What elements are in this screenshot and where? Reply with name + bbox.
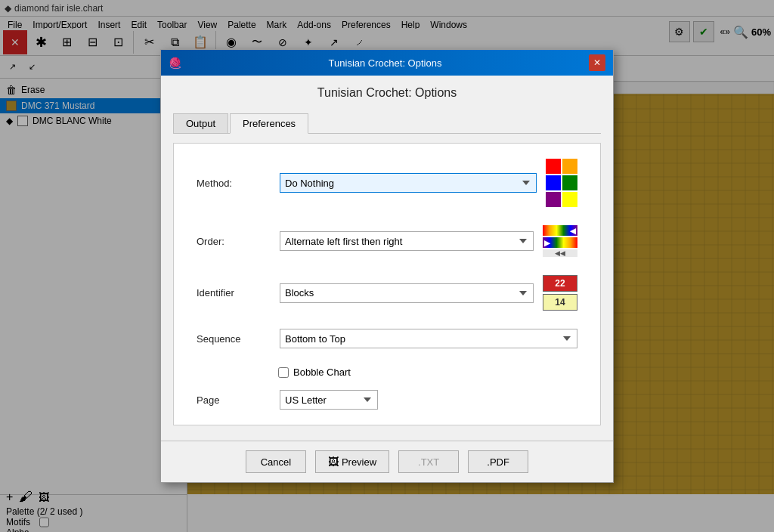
preview-icon: 🖼: [328, 456, 339, 468]
order-control-wrap: Alternate left first then right Left fir…: [280, 225, 577, 257]
form-row-page: Page US Letter A4 A3: [197, 390, 577, 410]
id-badge-22: 22: [543, 275, 577, 292]
method-label: Method:: [197, 178, 272, 189]
dialog-titlebar-text: Tunisian Crochet: Options: [329, 57, 442, 69]
txt-btn[interactable]: .TXT: [398, 450, 459, 473]
dialog-titlebar: 🧶 Tunisian Crochet: Options ✕: [161, 50, 613, 76]
form-row-method: Method: Do Nothing Simple Advanced: [197, 159, 577, 207]
bobble-chart-label: Bobble Chart: [293, 367, 351, 378]
sequence-select[interactable]: Bottom to Top Top to Bottom: [280, 329, 577, 348]
order-label: Order:: [197, 236, 272, 247]
bobble-chart-row: Bobble Chart: [278, 367, 577, 378]
dialog-body: Output Preferences Method: Do Nothing Si…: [161, 106, 613, 441]
dialog: 🧶 Tunisian Crochet: Options ✕ Tunisian C…: [160, 49, 614, 483]
tab-output[interactable]: Output: [173, 113, 228, 133]
form-row-order: Order: Alternate left first then right L…: [197, 225, 577, 257]
sequence-label: Sequence: [197, 333, 272, 345]
dialog-main-title: Tunisian Crochet: Options: [161, 76, 613, 106]
order-swatch: ◀ ▶ ◀◀: [543, 225, 577, 257]
page-select[interactable]: US Letter A4 A3: [280, 390, 378, 410]
page-control-wrap: US Letter A4 A3: [280, 390, 577, 410]
identifier-select[interactable]: Blocks Numbers Symbols: [280, 283, 534, 303]
dialog-footer: Cancel 🖼 Preview .TXT .PDF: [161, 441, 613, 482]
tab-preferences[interactable]: Preferences: [230, 113, 308, 134]
form-row-identifier: Identifier Blocks Numbers Symbols 22 14: [197, 275, 577, 311]
bobble-chart-checkbox[interactable]: [278, 367, 289, 378]
form-section: Method: Do Nothing Simple Advanced: [173, 143, 601, 425]
page-label: Page: [197, 394, 272, 406]
id-badge-14: 14: [543, 294, 577, 311]
identifier-preview: 22 14: [543, 275, 577, 311]
dialog-close-btn[interactable]: ✕: [589, 54, 605, 71]
tab-bar: Output Preferences: [173, 113, 601, 134]
modal-overlay: 🧶 Tunisian Crochet: Options ✕ Tunisian C…: [0, 0, 774, 532]
dialog-icon: 🧶: [169, 57, 181, 69]
preview-btn[interactable]: 🖼 Preview: [315, 450, 389, 473]
identifier-control-wrap: Blocks Numbers Symbols 22 14: [280, 275, 577, 311]
identifier-label: Identifier: [197, 287, 272, 298]
order-select[interactable]: Alternate left first then right Left fir…: [280, 231, 534, 251]
form-row-sequence: Sequence Bottom to Top Top to Bottom: [197, 329, 577, 348]
sequence-control-wrap: Bottom to Top Top to Bottom: [280, 329, 577, 348]
cancel-btn[interactable]: Cancel: [246, 450, 306, 473]
method-control-wrap: Do Nothing Simple Advanced: [280, 159, 577, 207]
method-swatch: [546, 159, 577, 207]
pdf-btn[interactable]: .PDF: [468, 450, 528, 473]
method-select[interactable]: Do Nothing Simple Advanced: [280, 173, 537, 193]
